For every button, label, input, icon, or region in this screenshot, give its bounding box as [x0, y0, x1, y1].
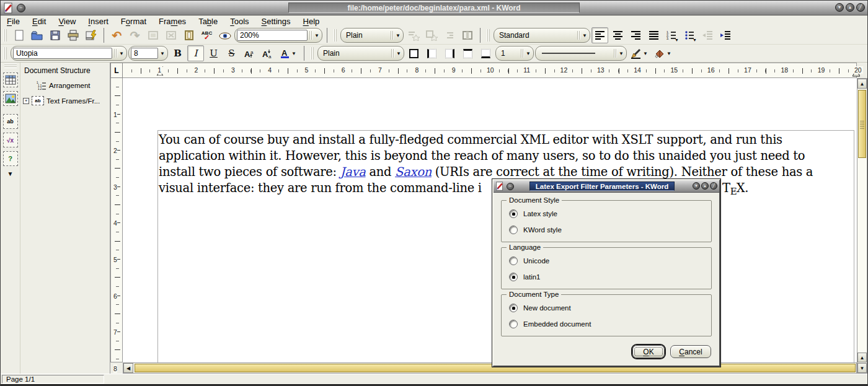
- border-color-button[interactable]: ▼: [628, 45, 650, 61]
- title-bar[interactable]: − file:/home/peter/doc/beginlatex/para.x…: [1, 1, 867, 15]
- minimize-button[interactable]: ▾: [835, 3, 844, 12]
- align-justify-button[interactable]: [645, 27, 662, 43]
- decrease-indent-button[interactable]: [699, 27, 716, 43]
- toolbar-extension-arrow[interactable]: ▼: [7, 170, 14, 177]
- border-width-combo[interactable]: 1 ▼: [495, 46, 534, 61]
- menu-tools[interactable]: Tools: [230, 17, 249, 26]
- h-ruler[interactable]: 1234567891011121314151617181920: [123, 63, 857, 78]
- toolbar-grip[interactable]: [487, 29, 490, 42]
- menu-settings[interactable]: Settings: [262, 17, 291, 26]
- chevron-down-icon[interactable]: ▼: [619, 51, 624, 56]
- chevron-down-icon[interactable]: ▼: [526, 51, 531, 56]
- toolbar-grip[interactable]: [4, 47, 7, 59]
- increase-indent-button[interactable]: [717, 27, 734, 43]
- chevron-down-icon[interactable]: ▼: [291, 51, 296, 56]
- create-style-button[interactable]: [405, 27, 422, 43]
- menu-frames[interactable]: Frames: [159, 17, 186, 26]
- border-outline-button[interactable]: [405, 45, 422, 61]
- radio-unicode[interactable]: Unicode: [509, 257, 549, 265]
- view-mode-button[interactable]: [216, 27, 233, 43]
- zoom-combo[interactable]: 200% ▼: [234, 28, 322, 43]
- menu-table[interactable]: Table: [198, 17, 218, 26]
- ok-button[interactable]: OK: [632, 345, 665, 358]
- align-left-button[interactable]: [591, 27, 608, 43]
- document-canvas[interactable]: You can of course buy and install a full…: [123, 78, 857, 362]
- chevron-down-icon[interactable]: ▼: [643, 51, 648, 56]
- radio-kword-style[interactable]: KWord style: [509, 226, 562, 234]
- border-line-style-combo[interactable]: ▼: [535, 46, 627, 61]
- menu-format[interactable]: Format: [121, 17, 146, 26]
- strikethrough-button[interactable]: S: [223, 45, 240, 61]
- insert-picture-button[interactable]: [3, 91, 18, 106]
- chevron-down-icon[interactable]: ▼: [666, 51, 671, 56]
- bullet-list-button[interactable]: ▼: [681, 27, 698, 43]
- dialog-close-button[interactable]: ╱: [710, 182, 717, 190]
- save-button[interactable]: [46, 27, 63, 43]
- toolbar-grip[interactable]: [311, 47, 314, 59]
- tree-item-text-frames[interactable]: + ab Text Frames/Fr...: [23, 96, 107, 105]
- insert-table-button[interactable]: [3, 72, 18, 87]
- font-size-combo[interactable]: 8 ▼: [128, 46, 168, 61]
- bold-button[interactable]: B: [169, 45, 186, 61]
- border-top-button[interactable]: [459, 45, 476, 61]
- radio-latex-style[interactable]: Latex style: [509, 209, 557, 218]
- numbered-list-button[interactable]: 1.2.3. ▼: [663, 27, 680, 43]
- chevron-down-icon[interactable]: ▼: [582, 33, 587, 38]
- toolbar-grip[interactable]: [334, 29, 337, 42]
- toolbar-grip[interactable]: [4, 64, 17, 68]
- vertical-scroll-thumb[interactable]: [858, 90, 866, 158]
- print-button[interactable]: [64, 27, 81, 43]
- radio-embedded-document[interactable]: Embedded document: [509, 320, 591, 328]
- menu-help[interactable]: Help: [303, 17, 320, 26]
- chevron-down-icon[interactable]: ▼: [160, 51, 165, 56]
- chevron-down-icon[interactable]: ▼: [314, 33, 319, 38]
- menu-file[interactable]: File: [7, 17, 20, 26]
- dialog-minimize-button[interactable]: ▾: [693, 182, 700, 190]
- italic-button[interactable]: I: [187, 45, 204, 61]
- java-link[interactable]: Java: [340, 165, 366, 179]
- background-color-button[interactable]: ▼: [652, 45, 674, 61]
- border-right-button[interactable]: [441, 45, 458, 61]
- maximize-button[interactable]: ▴: [846, 3, 854, 12]
- dialog-title-bar[interactable]: − Latex Export Filter Parameters - KWord…: [494, 180, 719, 193]
- redo-button[interactable]: ↷: [126, 27, 143, 43]
- paragraph-style-combo[interactable]: Plain ▼: [340, 28, 404, 43]
- style-manager-button[interactable]: [441, 27, 458, 43]
- radio-latin1[interactable]: latin1: [509, 273, 541, 281]
- chevron-down-icon[interactable]: ▼: [396, 51, 401, 56]
- underline-button[interactable]: U: [205, 45, 222, 61]
- undo-button[interactable]: ↶: [108, 27, 125, 43]
- vertical-scrollbar[interactable]: ▲ ▲ ▼: [857, 78, 867, 374]
- spellcheck-button[interactable]: ABC✓: [198, 27, 215, 43]
- scroll-down-button[interactable]: ▼: [857, 363, 867, 373]
- chevron-down-icon[interactable]: ▼: [693, 38, 697, 42]
- new-document-button[interactable]: [11, 27, 27, 43]
- columns-button[interactable]: [459, 27, 476, 43]
- frame-borders-button[interactable]: [180, 27, 197, 43]
- dialog-maximize-button[interactable]: ▴: [701, 182, 709, 190]
- chevron-down-icon[interactable]: ▼: [675, 38, 679, 42]
- frame-style-combo[interactable]: Plain ▼: [317, 46, 404, 61]
- border-left-button[interactable]: [423, 45, 440, 61]
- insert-object-button[interactable]: ?: [3, 151, 18, 166]
- tab-type-selector[interactable]: L: [110, 63, 123, 78]
- scroll-up-button-2[interactable]: ▲: [857, 353, 867, 362]
- menu-insert[interactable]: Insert: [88, 17, 108, 26]
- border-bottom-button[interactable]: [477, 45, 494, 61]
- insert-text-frame-button[interactable]: ab: [3, 114, 18, 129]
- tree-item-arrangement[interactable]: 1.1.11.2 Arrangement: [23, 81, 107, 90]
- close-button[interactable]: ╱: [856, 3, 865, 12]
- sticky-button[interactable]: −: [17, 4, 25, 12]
- font-size-down-button[interactable]: Aa: [259, 45, 276, 61]
- toolbar-grip[interactable]: [4, 29, 7, 42]
- align-center-button[interactable]: [609, 27, 626, 43]
- radio-new-document[interactable]: New document: [509, 304, 571, 312]
- horizontal-scrollbar[interactable]: ◀: [123, 362, 857, 374]
- delete-frame-button[interactable]: [162, 27, 179, 43]
- expander-plus-icon[interactable]: +: [23, 98, 29, 104]
- font-color-button[interactable]: A ▼: [277, 45, 299, 61]
- doc-text-line[interactable]: application within it. However, this is …: [159, 148, 857, 164]
- align-right-button[interactable]: [627, 27, 644, 43]
- scroll-up-button[interactable]: ▲: [857, 79, 867, 89]
- open-button[interactable]: [29, 27, 45, 43]
